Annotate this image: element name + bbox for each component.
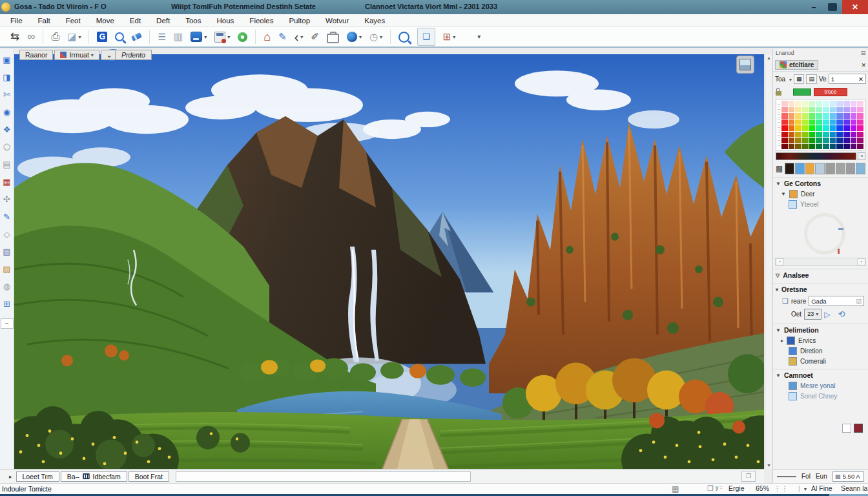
edit-check-icon[interactable]: ☑ [856, 298, 862, 305]
mini-scrollbar[interactable]: ▪▪ [775, 258, 866, 266]
palette-color-cell[interactable] [809, 125, 816, 131]
palette-color-cell[interactable] [843, 119, 850, 125]
palette-color-cell[interactable] [816, 113, 822, 119]
palette-color-cell[interactable] [809, 132, 816, 138]
palette-color-cell[interactable] [851, 113, 857, 119]
palette-color-cell[interactable] [809, 101, 816, 107]
color-swatch[interactable] [805, 163, 815, 174]
palette-color-cell[interactable] [830, 113, 836, 119]
briefcase-icon[interactable] [327, 29, 339, 45]
dots-grid-icon[interactable]: ⋮⋮ [774, 484, 789, 492]
palette-color-cell[interactable] [816, 107, 822, 113]
palette-color-cell[interactable] [830, 138, 836, 143]
palette-color-cell[interactable] [802, 125, 809, 131]
canvas-vertical-scrollbar[interactable]: ▲ ▼ [765, 54, 772, 469]
palette-color-cell[interactable] [816, 132, 822, 138]
palette-color-cell[interactable] [781, 119, 788, 125]
target-tool-icon[interactable]: ◉ [1, 107, 13, 118]
palette-color-cell[interactable] [802, 144, 809, 150]
palette-color-cell[interactable] [795, 125, 801, 131]
menu-item-deft[interactable]: Deft [149, 17, 178, 25]
seann-label[interactable]: Seann la [841, 484, 867, 492]
minimize-button[interactable]: – [805, 3, 823, 12]
palette-color-cell[interactable] [836, 132, 843, 138]
tree-item-mesre-yonal[interactable]: Mesre yonal [773, 380, 868, 391]
cut-tool-icon[interactable]: ✄ [1, 89, 13, 101]
monitor-icon[interactable]: ▾ [191, 29, 207, 45]
palette-color-cell[interactable] [809, 113, 816, 119]
scroll-down-icon[interactable]: ▼ [765, 463, 772, 468]
close-button[interactable]: ✕ [842, 0, 868, 14]
palette-color-cell[interactable] [789, 107, 795, 113]
rows-tool-icon[interactable]: ▤ [1, 159, 13, 170]
hatch-tool-icon[interactable]: ▧ [1, 246, 13, 258]
palette-color-cell[interactable] [816, 119, 822, 125]
palette-color-cell[interactable] [830, 101, 836, 107]
palette-color-cell[interactable] [781, 132, 788, 138]
al-fine-label[interactable]: Al Fine [811, 484, 832, 492]
select-tool-icon[interactable]: ▣ [1, 54, 13, 66]
palette-color-cell[interactable] [851, 138, 857, 143]
rows-button[interactable]: ▤ [806, 74, 817, 84]
zoom-value-box[interactable]: ▦ 5.50 A [832, 471, 864, 482]
palette-color-cell[interactable] [789, 144, 795, 150]
canvas-tab-irrnuat[interactable]: Irrnuat▾ [54, 50, 99, 60]
palette-color-cell[interactable] [809, 138, 816, 143]
palette-color-cell[interactable] [789, 132, 795, 138]
palette-color-cell[interactable] [857, 107, 863, 113]
palette-color-cell[interactable] [830, 107, 836, 113]
gradient-strip[interactable] [776, 152, 856, 160]
oet-button[interactable]: 23▾ [804, 309, 822, 320]
tool-dropdown[interactable]: Toa ▾ [775, 76, 792, 83]
palette-color-cell[interactable] [843, 107, 850, 113]
diamond-tool-icon[interactable]: ◇ [1, 229, 13, 240]
color-swatch[interactable] [846, 163, 856, 174]
search-edit-icon[interactable] [115, 29, 124, 45]
menu-item-falt[interactable]: Falt [30, 17, 58, 25]
menu-item-edt[interactable]: Edt [122, 17, 149, 25]
globe-icon[interactable]: ▾ [347, 29, 362, 45]
palette-color-cell[interactable] [789, 101, 795, 107]
reare-input[interactable]: Gada ☑ [809, 296, 864, 306]
palette-color-cell[interactable] [843, 132, 850, 138]
tree-item-deer[interactable]: ▼ Deer [773, 189, 868, 199]
palette-color-cell[interactable] [836, 119, 843, 125]
star-tool-icon[interactable]: ✣ [1, 194, 13, 205]
palette-color-cell[interactable] [802, 132, 809, 138]
color-swatch[interactable] [795, 163, 805, 174]
menu-item-pultop[interactable]: Pultop [281, 17, 318, 25]
panel-checkbox[interactable] [842, 424, 851, 433]
page-preview-icon[interactable]: ❐ [741, 471, 756, 482]
fol-label[interactable]: Fol [801, 473, 811, 480]
bottom-tab-1[interactable]: Loeet Trm [16, 471, 59, 482]
palette-color-cell[interactable] [789, 125, 795, 131]
clock-icon[interactable]: ◷▾ [369, 29, 382, 45]
panel-red-icon[interactable] [854, 424, 863, 433]
palette-color-cell[interactable] [836, 125, 843, 131]
palette-color-cell[interactable] [830, 119, 836, 125]
palette-color-cell[interactable] [802, 113, 809, 119]
chevron-left-icon[interactable]: ‹▾ [294, 29, 304, 45]
image-canvas[interactable] [14, 54, 764, 469]
shape-tool-icon[interactable]: ❖ [1, 124, 13, 136]
panel-tab-options[interactable]: etcitiare [775, 60, 818, 70]
palette-color-cell[interactable] [795, 119, 801, 125]
bottom-tab-3[interactable]: Boot Frat [129, 471, 169, 482]
section-header[interactable]: ▼ Camnoet [773, 369, 868, 380]
menu-item-toos[interactable]: Toos [178, 17, 209, 25]
expand-icon[interactable]: ▼ [776, 327, 781, 333]
extra-dropdown[interactable]: ▾ [477, 29, 480, 45]
red-color-tab[interactable]: troce [814, 88, 847, 96]
palette-color-cell[interactable] [843, 113, 850, 119]
palette-color-cell[interactable] [795, 138, 801, 143]
glasses-icon[interactable]: ∞ [27, 29, 35, 45]
palette-color-cell[interactable] [781, 125, 788, 131]
menu-item-file[interactable]: File [3, 17, 30, 25]
value-input[interactable]: 1 ✕ [829, 74, 866, 84]
palette-color-cell[interactable] [857, 119, 863, 125]
expand-icon[interactable]: ▼ [776, 181, 781, 187]
plus-grid-tool-icon[interactable]: ⊞ [1, 298, 13, 310]
palette-color-cell[interactable] [816, 125, 822, 131]
zoom-percent[interactable]: 65% [756, 484, 769, 492]
palette-color-cell[interactable] [816, 138, 822, 143]
